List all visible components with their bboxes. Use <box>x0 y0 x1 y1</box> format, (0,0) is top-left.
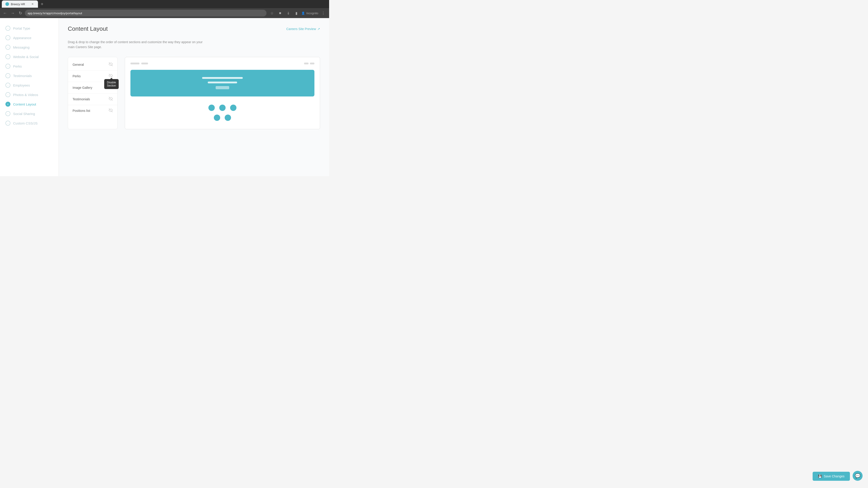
employees-icon: ○ <box>5 83 10 88</box>
general-eye-icon-container <box>109 62 113 67</box>
general-visibility-icon[interactable] <box>109 63 113 67</box>
sidebar-label-messaging: Messaging <box>13 45 30 49</box>
sidebar-item-portal-type[interactable]: ○ Portal Type <box>0 24 59 33</box>
positions-visibility-icon[interactable] <box>109 108 113 113</box>
photos-videos-icon: ○ <box>5 92 10 97</box>
new-tab-button[interactable]: + <box>39 1 45 7</box>
perks-visibility-icon[interactable] <box>109 74 113 78</box>
sidebar-label-appearance: Appearance <box>13 36 31 40</box>
menu-button[interactable]: ⋮ <box>320 10 327 16</box>
section-item-testimonials[interactable]: Testimonials <box>68 94 117 105</box>
hero-line1 <box>202 77 243 79</box>
sidebar-item-content-layout[interactable]: ≡ Content Layout <box>0 99 59 109</box>
preview-nav-line1 <box>130 63 140 64</box>
sidebar-label-photos-videos: Photos & Videos <box>13 93 38 97</box>
external-link-icon: ↗ <box>317 27 320 31</box>
toolbar-icons: ☆ ■ ⇓ ▮ 👤 Incognito ⋮ <box>268 10 327 16</box>
tab-favicon <box>5 2 9 6</box>
sidebar-item-testimonials[interactable]: ○ Testimonials <box>0 71 59 80</box>
preview-nav-dash1 <box>304 63 309 64</box>
preview-hero-section <box>130 70 314 96</box>
dots-row1 <box>133 105 312 111</box>
extensions-button[interactable]: ■ <box>277 10 283 16</box>
preview-nav-right <box>304 63 314 64</box>
sidebar-item-website-social[interactable]: ○ Website & Social <box>0 52 59 61</box>
preview-nav-line2 <box>141 63 148 64</box>
messaging-icon: ○ <box>5 45 10 50</box>
careers-preview-link[interactable]: Careers Site Preview ↗ <box>286 27 320 31</box>
omnibar-row: ← → ↻ app.breezy.hr/app/c/moodjoy/portal… <box>0 8 329 18</box>
perks-eye-icon-container: Disable Section <box>109 74 113 78</box>
active-tab[interactable]: Breezy HR ✕ <box>2 0 38 8</box>
preview-perks-dots <box>130 102 314 124</box>
sidebar-item-appearance[interactable]: ○ Appearance <box>0 33 59 42</box>
tab-title: Breezy HR <box>11 2 25 6</box>
sidebar-item-perks[interactable]: ○ Perks <box>0 61 59 71</box>
testimonials-icon: ○ <box>5 73 10 78</box>
sidebar-label-website-social: Website & Social <box>13 55 39 59</box>
website-social-icon: ○ <box>5 54 10 59</box>
sidebar-label-employees: Employees <box>13 84 30 87</box>
forward-button[interactable]: → <box>9 10 16 16</box>
hero-cta-button <box>216 86 229 89</box>
page-description: Drag & drop to change the order of conte… <box>68 39 204 50</box>
sections-list: General Perks <box>68 57 118 129</box>
section-item-perks[interactable]: Perks Disable Section <box>68 70 117 82</box>
custom-css-icon: ○ <box>5 121 10 126</box>
bookmark-button[interactable]: ☆ <box>269 10 275 16</box>
incognito-icon: 👤 <box>301 11 305 15</box>
browser-tab-bar: Breezy HR ✕ + <box>0 0 329 8</box>
dot4 <box>214 115 220 121</box>
section-label-perks: Perks <box>72 74 81 78</box>
url-text: app.breezy.hr/app/c/moodjoy/portal/layou… <box>28 11 82 15</box>
portal-type-icon: ○ <box>5 26 10 31</box>
sidebar-item-messaging[interactable]: ○ Messaging <box>0 42 59 52</box>
dot5 <box>225 115 231 121</box>
page-title: Content Layout <box>68 25 107 32</box>
sidebar-label-testimonials: Testimonials <box>13 74 32 78</box>
section-item-general[interactable]: General <box>68 59 117 70</box>
sidebar-item-custom-css[interactable]: ○ Custom CSS/JS <box>0 119 59 128</box>
sidebar-label-social-sharing: Social Sharing <box>13 112 35 116</box>
social-sharing-icon: ○ <box>5 111 10 116</box>
tooltip-line1: Disable <box>107 81 116 84</box>
sidebar-item-photos-videos[interactable]: ○ Photos & Videos <box>0 90 59 99</box>
section-label-image-gallery: Image Gallery <box>72 86 92 90</box>
dot2 <box>219 105 225 111</box>
reload-button[interactable]: ↻ <box>17 10 24 16</box>
sidebar-label-portal-type: Portal Type <box>13 26 30 30</box>
preview-top-bar <box>130 63 314 64</box>
sidebar-item-social-sharing[interactable]: ○ Social Sharing <box>0 109 59 119</box>
dot1 <box>209 105 215 111</box>
page-header: Content Layout Careers Site Preview ↗ <box>68 25 320 32</box>
split-view-button[interactable]: ▮ <box>293 10 300 16</box>
preview-nav-dash2 <box>310 63 314 64</box>
section-label-general: General <box>72 63 84 66</box>
tab-close-button[interactable]: ✕ <box>31 2 34 6</box>
section-item-positions-list[interactable]: Positions list <box>68 105 117 116</box>
sidebar-label-content-layout: Content Layout <box>13 102 36 106</box>
dot3 <box>230 105 237 111</box>
preview-panel <box>125 57 320 129</box>
disable-section-tooltip: Disable Section <box>104 79 119 89</box>
perks-icon: ○ <box>5 64 10 69</box>
layout-area: General Perks <box>68 57 320 129</box>
back-button[interactable]: ← <box>2 10 8 16</box>
hero-line2 <box>208 82 237 84</box>
sidebar-label-perks: Perks <box>13 64 22 68</box>
sidebar-label-custom-css: Custom CSS/JS <box>13 121 37 125</box>
preview-link-label: Careers Site Preview <box>286 27 316 31</box>
appearance-icon: ○ <box>5 35 10 40</box>
app-container: ○ Portal Type ○ Appearance ○ Messaging ○… <box>0 18 329 176</box>
section-label-testimonials: Testimonials <box>72 97 90 101</box>
sidebar-item-employees[interactable]: ○ Employees <box>0 80 59 90</box>
section-label-positions-list: Positions list <box>72 109 90 112</box>
tooltip-line2: Section <box>107 84 116 87</box>
dots-row2 <box>133 115 312 121</box>
incognito-button[interactable]: 👤 Incognito <box>301 11 318 15</box>
sidebar: ○ Portal Type ○ Appearance ○ Messaging ○… <box>0 18 59 176</box>
incognito-label: Incognito <box>306 11 318 15</box>
address-bar[interactable]: app.breezy.hr/app/c/moodjoy/portal/layou… <box>25 10 267 17</box>
download-button[interactable]: ⇓ <box>285 10 291 16</box>
testimonials-visibility-icon[interactable] <box>109 97 113 102</box>
